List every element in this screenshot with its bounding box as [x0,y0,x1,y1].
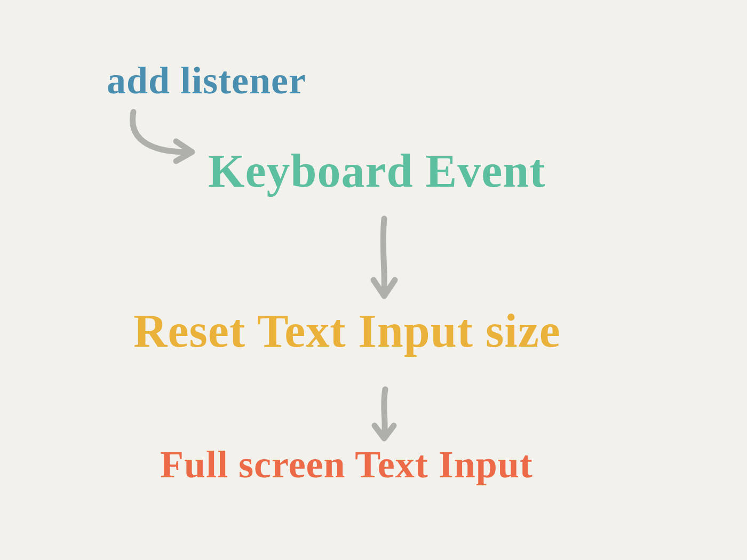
arrow-1 [123,107,208,171]
arrow-3 [363,384,406,448]
diagram-canvas: add listener Keyboard Event Reset Text I… [0,0,747,560]
node-add-listener: add listener [107,59,306,103]
arrow-2 [363,213,406,304]
node-fullscreen-text-input: Full screen Text Input [160,443,533,487]
node-reset-text-input: Reset Text Input size [133,304,561,358]
node-keyboard-event: Keyboard Event [208,144,545,198]
